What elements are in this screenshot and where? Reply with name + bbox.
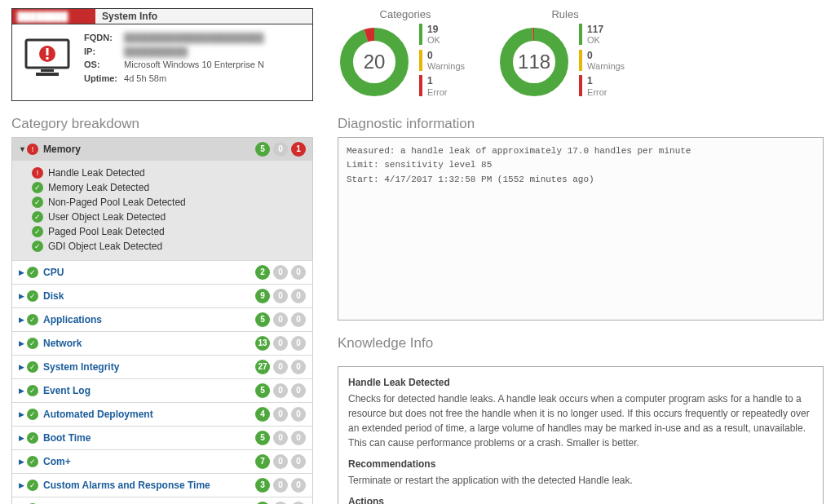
category-header[interactable]: ▶ ✓ Boot Time 500: [12, 427, 312, 449]
kb-heading: Handle Leak Detected: [348, 375, 813, 390]
uptime-value: 4d 5h 58m: [124, 73, 166, 83]
donut-title: Categories: [338, 8, 465, 20]
ip-label: IP:: [84, 45, 121, 59]
category-header[interactable]: ▶ ✓ System Integrity 2700: [12, 356, 312, 378]
rule-item[interactable]: ✓Memory Leak Detected: [32, 180, 306, 195]
legend-label: Error: [587, 87, 607, 98]
category-name: Memory: [43, 144, 255, 155]
category-row: ▶ ✓ CPU 200: [12, 261, 312, 285]
rule-item[interactable]: !Handle Leak Detected: [32, 166, 306, 180]
donut-legend: 117OK0Warnings1Error: [579, 24, 625, 101]
warn-count-badge: 0: [273, 407, 288, 422]
rule-item[interactable]: ✓User Object Leak Detected: [32, 210, 306, 224]
ok-count-badge: 5: [255, 312, 270, 327]
donut-total: 20: [338, 25, 411, 99]
category-row: ▶ ✓ Applications 500: [12, 308, 312, 332]
status-icon: ✓: [32, 226, 43, 237]
status-icon: ✓: [32, 241, 43, 252]
diagnostic-title: Diagnostic information: [338, 116, 824, 132]
category-header[interactable]: ▶ ✓ Event Log 500: [12, 379, 312, 402]
rule-label: GDI Object Leak Detected: [48, 241, 162, 252]
ok-count-badge: 7: [255, 454, 270, 469]
rule-item[interactable]: ✓GDI Object Leak Detected: [32, 239, 306, 254]
expand-arrow-icon: ▶: [19, 434, 27, 442]
category-header[interactable]: ▶ ✓ Custom Alarms and Response Time 300: [12, 474, 312, 497]
os-value: Microsoft Windows 10 Enterprise N: [124, 60, 264, 69]
category-name: Network: [43, 338, 255, 349]
status-icon: ✓: [27, 385, 38, 396]
category-tree[interactable]: ▼ ! Memory 501 !Handle Leak Detected✓Mem…: [11, 137, 313, 504]
fqdn-label: FQDN:: [84, 31, 121, 45]
category-header[interactable]: ▶ ✓ Automated Deployment 400: [12, 403, 312, 426]
legend-label: OK: [427, 35, 440, 46]
warn-count-badge: 0: [273, 478, 288, 493]
ok-count-badge: 9: [255, 289, 270, 303]
ok-count-badge: 3: [255, 478, 270, 493]
donut-rules: Rules 118 117OK0Warnings1Error: [497, 8, 625, 101]
category-name: CPU: [43, 267, 255, 278]
diag-line: Measured: a handle leak of approximately…: [347, 144, 815, 159]
fqdn-value: ██████████████████████: [124, 31, 263, 45]
category-header[interactable]: ▶ ✓ Disk 900: [12, 285, 312, 307]
expand-arrow-icon: ▶: [19, 339, 27, 347]
category-name: Disk: [43, 290, 255, 302]
legend-count: 117: [587, 24, 603, 35]
svg-rect-4: [46, 48, 49, 55]
legend-label: Error: [427, 87, 447, 98]
status-icon: ✓: [27, 267, 38, 278]
rule-item[interactable]: ✓Paged Pool Leak Detected: [32, 224, 306, 239]
legend-count: 1: [587, 75, 607, 86]
warn-count-badge: 0: [273, 431, 288, 445]
warn-count-badge: 0: [273, 454, 288, 469]
rule-label: Paged Pool Leak Detected: [48, 226, 165, 237]
err-count-badge: 0: [291, 336, 306, 351]
status-icon: ✓: [27, 480, 38, 491]
status-icon: ✓: [27, 338, 38, 349]
category-header[interactable]: ▼ ! Memory 501: [12, 138, 312, 161]
category-header[interactable]: ▶ ✓ Network 1300: [12, 332, 312, 355]
err-count-badge: 0: [291, 360, 306, 374]
category-header[interactable]: ▶ ✓ Applications 500: [12, 308, 312, 331]
ip-value: ██████████: [124, 45, 188, 59]
category-row: ▶ ✓ Custom Alarms and Response Time 300: [12, 474, 312, 497]
donut-legend: 19OK0Warnings1Error: [419, 24, 465, 101]
err-count-badge: 0: [291, 431, 306, 445]
expand-arrow-icon: ▶: [19, 316, 27, 324]
category-name: Event Log: [43, 385, 255, 396]
err-count-badge: 0: [291, 478, 306, 493]
ok-count-badge: 5: [255, 431, 270, 445]
expand-arrow-icon: ▼: [19, 145, 27, 153]
category-header[interactable]: ▶ ✓ CPU 200: [12, 261, 312, 284]
expand-arrow-icon: ▶: [19, 481, 27, 489]
expand-arrow-icon: ▶: [19, 292, 27, 300]
rule-label: Handle Leak Detected: [48, 167, 145, 179]
category-header[interactable]: ▶ ✓ Com+ 700: [12, 450, 312, 473]
ok-count-badge: 2: [255, 265, 270, 280]
category-row: ▶ ✓ Automated Deployment 400: [12, 403, 312, 427]
status-icon: ✓: [32, 182, 43, 193]
system-info-fields: FQDN: ██████████████████████ IP: ███████…: [84, 31, 264, 85]
status-icon: ✓: [27, 456, 38, 467]
category-name: Custom Alarms and Response Time: [43, 480, 255, 491]
category-row: ▶ ✓ GPU 1500: [12, 497, 312, 504]
donut-chart: 118: [497, 25, 571, 99]
err-count-badge: 0: [291, 407, 306, 422]
status-icon: ✓: [27, 290, 38, 302]
kb-rec-heading: Recommendations: [348, 457, 813, 471]
kb-act-heading: Actions: [348, 494, 813, 504]
err-count-badge: 0: [291, 312, 306, 327]
err-count-badge: 1: [291, 142, 306, 157]
donut-categories: Categories 20 19OK0Warnings1Error: [338, 8, 465, 101]
category-row: ▶ ✓ Com+ 700: [12, 450, 312, 474]
svg-rect-2: [36, 73, 59, 76]
expand-arrow-icon: ▶: [19, 363, 27, 371]
category-row: ▼ ! Memory 501 !Handle Leak Detected✓Mem…: [12, 138, 312, 261]
svg-rect-5: [46, 57, 49, 60]
system-name-redacted: ████████: [12, 9, 95, 24]
donut-total: 118: [497, 25, 571, 99]
category-header[interactable]: ▶ ✓ GPU 1500: [12, 497, 312, 504]
system-info-card: ████████ System Info FQDN: █████████████…: [11, 8, 313, 101]
legend-label: Warnings: [587, 61, 625, 72]
kb-rec: Terminate or restart the application wit…: [348, 473, 813, 488]
rule-item[interactable]: ✓Non-Paged Pool Leak Detected: [32, 195, 306, 210]
